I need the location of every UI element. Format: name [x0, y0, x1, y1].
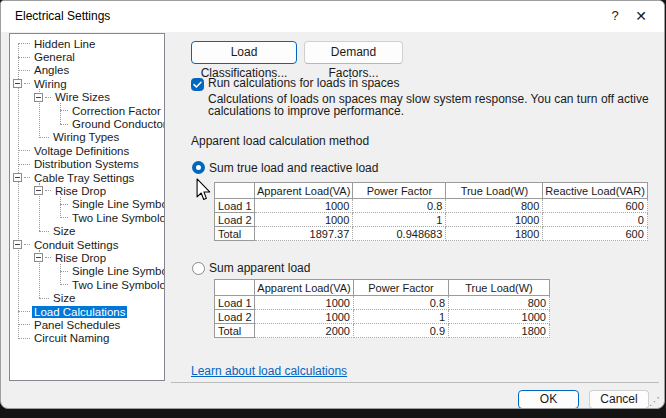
tree-connector: [18, 70, 30, 71]
tree-item-two-line-symbology[interactable]: Two Line Symbology: [10, 211, 164, 224]
tree-item-label: Voltage Definitions: [32, 145, 131, 157]
table-row: Load 110000.8800: [215, 296, 550, 310]
dialog-title: Electrical Settings: [15, 1, 110, 31]
tree-item-wire-sizes[interactable]: Wire Sizes: [10, 91, 164, 104]
tree-item-label: General: [32, 51, 77, 63]
table-row: Load 21000110000: [215, 213, 648, 227]
tree-connector: [60, 124, 68, 125]
true-reactive-table: Apparent Load(VA)Power FactorTrue Load(W…: [214, 182, 648, 241]
tree-item-wiring-types[interactable]: Wiring Types: [10, 131, 164, 144]
tree-connector: [39, 231, 49, 232]
tree-connector: [45, 190, 51, 191]
collapse-minus-icon[interactable]: [13, 173, 22, 182]
tree-item-voltage-definitions[interactable]: Voltage Definitions: [10, 144, 164, 157]
value-cell: 800: [446, 199, 543, 213]
resize-grip-icon[interactable]: ⋰: [649, 396, 660, 406]
tree-item-ground-conductors[interactable]: Ground Conductors: [10, 117, 164, 130]
sum-apparent-radio[interactable]: [192, 262, 205, 275]
tree-item-label: Angles: [32, 64, 71, 76]
demand-factors-button[interactable]: Demand Factors...: [304, 41, 403, 64]
sum-apparent-label[interactable]: Sum apparent load: [209, 261, 310, 275]
tree-item-label: Cable Tray Settings: [32, 172, 136, 184]
tree-connector: [60, 217, 68, 218]
tree-item-angles[interactable]: Angles: [10, 64, 164, 77]
mouse-cursor-icon: [196, 178, 211, 205]
tree-item-label: Single Line Symbology: [70, 265, 165, 277]
collapse-minus-icon[interactable]: [34, 186, 43, 195]
ok-button[interactable]: OK: [518, 390, 579, 409]
sum-true-reactive-radio[interactable]: [192, 161, 205, 174]
value-cell: 0.8: [354, 296, 449, 310]
value-cell: 0.8: [353, 199, 446, 213]
tree-connector: [18, 324, 30, 325]
tree-connector: [39, 137, 49, 138]
close-icon[interactable]: ✕: [626, 1, 656, 31]
value-cell: 1800: [446, 227, 543, 241]
collapse-minus-icon[interactable]: [34, 253, 43, 262]
tree-connector: [18, 57, 30, 58]
load-classifications-button[interactable]: Load Classifications...: [191, 41, 297, 64]
tree-item-cable-tray-settings[interactable]: Cable Tray Settings: [10, 171, 164, 184]
value-cell: 1000: [446, 213, 543, 227]
tree-item-label: Wiring Types: [51, 131, 121, 143]
tree-item-size[interactable]: Size: [10, 291, 164, 304]
tree-item-panel-schedules[interactable]: Panel Schedules: [10, 318, 164, 331]
tree-connector: [60, 271, 68, 272]
tree-connector: [18, 150, 30, 151]
tree-item-label: Wiring: [32, 78, 69, 90]
tree-item-distribution-systems[interactable]: Distribution Systems: [10, 158, 164, 171]
tree-item-conduit-settings[interactable]: Conduit Settings: [10, 238, 164, 251]
tree-connector: [60, 110, 68, 111]
tree-connector: [60, 284, 68, 285]
row-label-cell: Load 2: [215, 213, 255, 227]
table-row: Total1897.370.9486831800600: [215, 227, 648, 241]
title-bar[interactable]: Electrical Settings ? ✕: [1, 1, 664, 32]
row-label-cell: Total: [215, 324, 255, 338]
value-cell: 1000: [255, 310, 354, 324]
tree-item-wiring[interactable]: Wiring: [10, 77, 164, 90]
tree-item-single-line-symbology[interactable]: Single Line Symbology: [10, 198, 164, 211]
tree-connector: [18, 311, 30, 312]
tree-item-label: Two Line Symbology: [70, 279, 165, 291]
checkbox-description: Calculations of loads on spaces may slow…: [208, 93, 665, 117]
footer-separator: [171, 382, 659, 383]
tree-connector: [18, 164, 30, 165]
tree-connector: [45, 257, 51, 258]
cancel-button[interactable]: Cancel: [589, 390, 649, 409]
value-cell: 1800: [449, 324, 550, 338]
tree-connector: [18, 43, 30, 44]
tree-item-rise-drop[interactable]: Rise Drop: [10, 184, 164, 197]
row-label-cell: Load 1: [215, 199, 255, 213]
tree-item-load-calculations[interactable]: Load Calculations: [10, 305, 164, 318]
tree-item-size[interactable]: Size: [10, 224, 164, 237]
tree-item-correction-factor[interactable]: Correction Factor: [10, 104, 164, 117]
value-cell: 1000: [255, 213, 353, 227]
sum-true-reactive-label[interactable]: Sum true load and reactive load: [209, 161, 378, 175]
value-cell: 0.9: [354, 324, 449, 338]
run-calculations-label[interactable]: Run calculations for loads in spaces: [208, 76, 399, 90]
tree-item-hidden-line[interactable]: Hidden Line: [10, 37, 164, 50]
table-header-row: Apparent Load(VA)Power FactorTrue Load(W…: [215, 183, 648, 199]
tree-item-general[interactable]: General: [10, 50, 164, 63]
learn-link[interactable]: Learn about load calculations: [191, 364, 347, 378]
collapse-minus-icon[interactable]: [13, 240, 22, 249]
tree-item-rise-drop[interactable]: Rise Drop: [10, 251, 164, 264]
column-header: [215, 280, 255, 296]
collapse-minus-icon[interactable]: [34, 93, 43, 102]
tree-item-single-line-symbology[interactable]: Single Line Symbology: [10, 265, 164, 278]
column-header: Power Factor: [354, 280, 449, 296]
value-cell: 2000: [255, 324, 354, 338]
tree-item-label: Conduit Settings: [32, 239, 120, 251]
row-label-cell: Load 1: [215, 296, 255, 310]
value-cell: 600: [543, 199, 647, 213]
tree-item-label: Panel Schedules: [32, 319, 122, 331]
collapse-minus-icon[interactable]: [13, 79, 22, 88]
value-cell: 1000: [255, 199, 353, 213]
tree-item-circuit-naming[interactable]: Circuit Naming: [10, 332, 164, 345]
table-row: Load 110000.8800600: [215, 199, 648, 213]
tree-item-label: Rise Drop: [53, 185, 108, 197]
tree-item-two-line-symbology[interactable]: Two Line Symbology: [10, 278, 164, 291]
run-calculations-checkbox[interactable]: [191, 77, 204, 90]
settings-tree: Hidden LineGeneralAnglesWiringWire Sizes…: [10, 34, 164, 345]
column-header: Apparent Load(VA): [255, 280, 354, 296]
